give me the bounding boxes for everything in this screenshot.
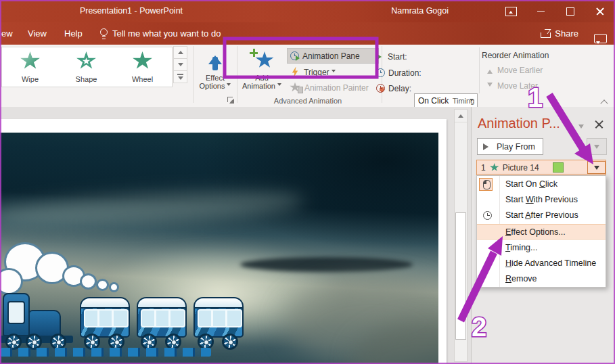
scrollbar-up-button[interactable]: [455, 110, 467, 122]
menu-item-start-after-previous[interactable]: Start After Previous: [477, 208, 606, 223]
pane-close-button[interactable]: [595, 120, 603, 129]
slide-image[interactable]: [0, 133, 438, 364]
ribbon-display-options-button[interactable]: [496, 0, 526, 22]
gallery-scroll-up-button[interactable]: [173, 46, 187, 59]
ribbon-display-options-icon: [505, 7, 517, 16]
comments-button[interactable]: [594, 29, 607, 40]
menu-item-start-on-click[interactable]: Start On Click: [477, 177, 606, 192]
trigger-label: Trigger: [304, 68, 329, 77]
animation-pane-button[interactable]: Animation Pane: [287, 48, 379, 64]
animation-pane-label: Animation Pane: [302, 51, 360, 61]
ribbon-tab-bar: ew View Help Tell me what you want to do…: [0, 22, 615, 45]
up-arrow-icon: [178, 48, 183, 54]
gallery-item-wheel[interactable]: Wheel: [114, 47, 170, 87]
menu-text: R: [505, 274, 511, 283]
gallery-item-shape[interactable]: Shape: [58, 47, 114, 87]
minimize-icon: [537, 11, 545, 12]
menu-item-start-with-previous[interactable]: Start With Previous: [477, 192, 606, 208]
chevron-down-icon: [594, 166, 599, 173]
add-animation-button[interactable]: Add Animation: [240, 46, 284, 101]
gallery-more-button[interactable]: [173, 70, 187, 83]
play-icon: [296, 55, 302, 61]
tell-me-label: Tell me what you want to do: [112, 28, 221, 39]
gallery-scrollbar: [173, 47, 187, 86]
duration-clock-icon: [376, 68, 385, 77]
powerpoint-window: Presentation1 - PowerPoint Namrata Gogoi…: [0, 0, 615, 364]
gallery-item-label: Shape: [58, 75, 114, 83]
pane-secondary-dropdown[interactable]: [587, 138, 607, 155]
wheel-star-icon: [133, 51, 153, 70]
train-car: [80, 297, 130, 338]
dialog-launcher-icon[interactable]: [227, 97, 234, 104]
share-button[interactable]: Share: [541, 22, 578, 45]
group-label-advanced-animation: Advanced Animation: [244, 97, 372, 105]
minimize-button[interactable]: [526, 0, 555, 22]
tab-review-partial[interactable]: ew: [1, 22, 13, 45]
menu-text: lick: [545, 179, 557, 189]
menu-text: ide Advanced Timeline: [511, 258, 596, 268]
collapse-ribbon-icon[interactable]: [601, 99, 608, 106]
effect-options-label-2: Options: [200, 82, 225, 90]
plus-icon: [250, 49, 258, 57]
workspace: Animation P... Play From 1 Picture 14 St…: [0, 107, 615, 364]
gallery-item-wipe[interactable]: Wipe: [2, 47, 58, 87]
gallery-scroll-down-button[interactable]: [173, 58, 187, 71]
add-animation-label-2: Animation: [242, 82, 275, 90]
move-later-button[interactable]: Move Later: [487, 81, 538, 91]
group-label-timing: Timing: [423, 97, 504, 105]
shape-star-icon: [76, 51, 97, 70]
chevron-down-icon: [578, 124, 584, 131]
menu-item-timing[interactable]: Timing...: [477, 240, 606, 256]
delay-label: Delay:: [388, 84, 411, 93]
down-arrow-icon: [178, 63, 183, 69]
pane-menu-button[interactable]: [578, 124, 584, 131]
menu-item-remove[interactable]: Remove: [477, 271, 606, 287]
menu-text: fter Previous: [531, 210, 578, 220]
start-play-icon: [376, 53, 385, 60]
star-icon: [255, 51, 274, 69]
move-earlier-label: Move Earlier: [497, 66, 543, 75]
delay-row: Delay:: [376, 81, 484, 96]
animation-pane-icon: [290, 51, 299, 60]
menu-text: H: [505, 258, 511, 268]
move-earlier-button[interactable]: Move Earlier: [487, 66, 543, 75]
dropdown-caret-icon: [277, 83, 281, 88]
tell-me-box[interactable]: Tell me what you want to do: [100, 22, 221, 45]
start-row: Start:: [376, 49, 484, 64]
menu-item-effect-options[interactable]: Effect Options...: [477, 224, 606, 240]
tab-help[interactable]: Help: [64, 22, 83, 45]
mouse-icon-box: [479, 178, 493, 191]
menu-text: W: [526, 195, 534, 204]
dropdown-caret-icon: [332, 70, 336, 74]
tab-view[interactable]: View: [28, 22, 47, 45]
animation-painter-icon: [290, 83, 302, 93]
animation-list-item[interactable]: 1 Picture 14: [476, 160, 606, 175]
train-car: [137, 297, 187, 338]
maximize-button[interactable]: [555, 0, 585, 22]
play-from-button[interactable]: Play From: [477, 138, 543, 155]
mouse-icon: [483, 180, 491, 189]
menu-text: ith Previous: [534, 195, 578, 204]
effect-options-button[interactable]: Effect Options: [196, 46, 234, 101]
animation-painter-button[interactable]: Animation Painter: [287, 80, 382, 95]
train-track: [0, 348, 211, 357]
up-arrow-icon: [458, 112, 463, 118]
trigger-button[interactable]: Trigger: [287, 64, 382, 80]
effect-options-label-1: Effect: [196, 74, 234, 82]
slide-scrollbar[interactable]: [454, 109, 468, 362]
scrollbar-thumb[interactable]: [455, 212, 466, 340]
group-separator: [237, 46, 237, 103]
item-dropdown-button[interactable]: [587, 161, 606, 174]
menu-text: iming...: [510, 243, 537, 252]
slide-canvas[interactable]: [0, 119, 447, 364]
ribbon: Wipe Shape Wheel Effect Options: [0, 45, 615, 108]
animation-painter-label: Animation Painter: [304, 83, 369, 93]
start-label: Start:: [388, 52, 416, 62]
move-later-icon: [487, 83, 493, 89]
play-from-icon: [483, 143, 492, 150]
animation-context-menu: Start On Click Start With Previous Start…: [476, 175, 606, 288]
locomotive-window: [7, 301, 25, 324]
menu-item-hide-advanced-timeline[interactable]: Hide Advanced Timeline: [477, 256, 606, 271]
close-button[interactable]: [585, 0, 615, 22]
item-star-icon: [490, 163, 499, 172]
